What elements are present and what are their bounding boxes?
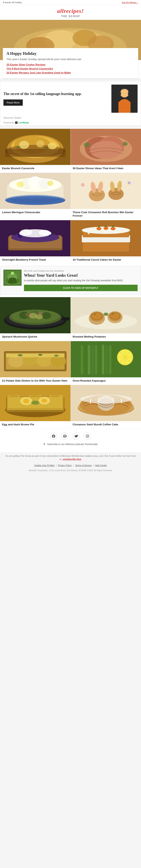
recipe-img-casserole bbox=[0, 129, 70, 165]
signup-button[interactable]: CLICK TO SIGN UP INSTANTLY bbox=[24, 285, 138, 291]
svg-point-97 bbox=[36, 314, 43, 319]
svg-point-21 bbox=[48, 143, 57, 149]
top-bar-right[interactable]: Get the Magaz... bbox=[122, 1, 138, 4]
svg-point-110 bbox=[103, 313, 108, 316]
recipe-card-carrot-cake[interactable]: 10 Traditional Carrot Cakes for Easter bbox=[70, 220, 141, 264]
recipe-title-carrot-cake: 10 Traditional Carrot Cakes for Easter bbox=[71, 256, 141, 264]
svg-point-28 bbox=[90, 141, 122, 159]
svg-point-76 bbox=[111, 227, 115, 230]
recipe-card-quiche[interactable]: Spinach Mushroom Quiche bbox=[0, 297, 70, 341]
svg-point-162 bbox=[80, 395, 132, 403]
svg-rect-79 bbox=[115, 230, 117, 234]
recipe-title-casserole: Easter Brunch Casserole bbox=[0, 165, 70, 173]
svg-rect-130 bbox=[102, 345, 104, 374]
powered-by: Powered by ⬛ LiveRamp bbox=[0, 121, 141, 126]
recipe-card-asparagus[interactable]: Oven-Roasted Asparagus bbox=[70, 341, 141, 385]
svg-rect-147 bbox=[19, 396, 29, 397]
svg-rect-149 bbox=[41, 396, 50, 397]
hero-text-box: A Hoppy Holiday This year's Easter Sunda… bbox=[3, 48, 138, 79]
recipe-title-egg-hashbrown: Egg and Hash Brown Pie bbox=[0, 421, 70, 429]
promo-image bbox=[3, 270, 22, 286]
twitter-icon[interactable] bbox=[72, 433, 80, 440]
ad-inner: The secret of the 1st selling language-l… bbox=[0, 82, 141, 116]
svg-rect-77 bbox=[88, 230, 89, 234]
recipe-card-potato-sides[interactable]: 21 Potato Side Dishes to Go With Your Ea… bbox=[0, 341, 70, 385]
footer-link-terms[interactable]: Terms of Service bbox=[75, 464, 92, 467]
recipe-img-egg-hashbrown bbox=[0, 385, 70, 421]
recipe-row-5: 21 Potato Side Dishes to Go With Your Ea… bbox=[0, 341, 141, 385]
recipe-row-3: Overnight Blueberry French Toast bbox=[0, 220, 141, 264]
svg-point-41 bbox=[5, 196, 65, 205]
svg-rect-128 bbox=[95, 345, 97, 374]
hero-link-1[interactable]: 25 Easter Slow Cooker Recipes bbox=[6, 63, 135, 66]
svg-point-22 bbox=[17, 146, 20, 148]
svg-point-68 bbox=[39, 230, 50, 236]
svg-rect-80 bbox=[122, 230, 124, 233]
hero-link-2[interactable]: The 9 Best Easter Brunch Casseroles bbox=[6, 67, 135, 70]
promo-text: We think you'll totally love this newsle… bbox=[24, 270, 138, 291]
svg-rect-133 bbox=[113, 346, 115, 374]
instagram-icon[interactable] bbox=[84, 433, 91, 440]
ad-image bbox=[111, 85, 138, 113]
recipe-title-potato-sides: 21 Potato Side Dishes to Go With Your Ea… bbox=[0, 377, 70, 385]
svg-point-39 bbox=[47, 181, 53, 186]
recipe-title-cheesecake: Lemon Meringue Cheesecake bbox=[0, 209, 70, 217]
svg-point-109 bbox=[111, 313, 119, 319]
svg-point-54 bbox=[128, 182, 130, 183]
svg-point-23 bbox=[45, 147, 48, 149]
recipe-img-ham bbox=[71, 129, 141, 165]
pinterest-icon[interactable] bbox=[61, 433, 69, 440]
recipe-card-easter-brunch-casserole[interactable]: Easter Brunch Casserole bbox=[0, 129, 70, 173]
svg-point-165 bbox=[88, 435, 89, 436]
recipe-card-egg-hashbrown[interactable]: Egg and Hash Brown Pie bbox=[0, 385, 70, 429]
recipe-title-bundt-cake: Cinnamon Swirl Bundt Coffee Cake bbox=[71, 421, 141, 429]
recipe-card-cheesecake[interactable]: Lemon Meringue Cheesecake bbox=[0, 173, 70, 220]
recipe-title-quiche: Spinach Mushroom Quiche bbox=[0, 333, 70, 341]
svg-point-75 bbox=[103, 227, 108, 230]
svg-point-20 bbox=[36, 140, 44, 148]
svg-rect-146 bbox=[9, 396, 18, 397]
promo-title: Whoa! Your Yard Looks Great! bbox=[24, 273, 138, 278]
recipe-img-asparagus bbox=[71, 341, 141, 377]
hero-section: A Hoppy Holiday This year's Easter Sunda… bbox=[0, 20, 141, 79]
ad-section: The secret of the 1st selling language-l… bbox=[0, 81, 141, 126]
svg-rect-12 bbox=[118, 102, 131, 113]
footer-link-help[interactable]: Help Center bbox=[95, 464, 107, 467]
header: allrecipes! THE SCOOP bbox=[0, 5, 141, 20]
read-more-button[interactable]: Read More bbox=[3, 99, 23, 106]
svg-rect-78 bbox=[95, 230, 96, 233]
recipe-card-30-easter-dinner[interactable]: 30 Easter Dinner Ideas That Aren't Ham bbox=[70, 129, 141, 173]
logo-text: allrecipes bbox=[57, 8, 81, 14]
recipe-img-quiche bbox=[0, 297, 70, 333]
svg-rect-126 bbox=[88, 345, 90, 374]
recipe-grid: Easter Brunch Casserole bbox=[0, 129, 141, 429]
recipe-card-blueberry-toast[interactable]: Overnight Blueberry French Toast bbox=[0, 220, 70, 264]
svg-point-84 bbox=[6, 278, 19, 284]
recipe-row-6: Egg and Hash Brown Pie bbox=[0, 385, 141, 429]
svg-point-38 bbox=[17, 181, 24, 187]
recipe-card-potatoes[interactable]: Roasted Melting Potatoes bbox=[70, 297, 141, 341]
promo-inner: We think you'll totally love this newsle… bbox=[3, 270, 138, 291]
hero-title: A Hoppy Holiday bbox=[6, 51, 135, 56]
social-icons bbox=[4, 433, 137, 440]
svg-point-48 bbox=[108, 188, 124, 200]
unsubscribe-link[interactable]: unsubscribe here bbox=[63, 458, 81, 460]
svg-rect-42 bbox=[71, 173, 141, 209]
top-bar: A hands-off holiday. Get the Magaz... bbox=[0, 0, 141, 5]
recipe-card-bundt-cake[interactable]: Cinnamon Swirl Bundt Coffee Cake bbox=[70, 385, 141, 429]
svg-rect-148 bbox=[30, 396, 40, 397]
footer-link-update-profile[interactable]: Update User Profiles bbox=[34, 464, 54, 467]
svg-point-93 bbox=[42, 312, 51, 319]
svg-rect-125 bbox=[85, 346, 87, 374]
recipe-card-cinnamon-bunnies[interactable]: These Cute Cinnamon Roll Bunnies Win Eas… bbox=[70, 173, 141, 220]
mic-icon: 🎙 bbox=[43, 443, 46, 446]
hero-link-3[interactable]: 20 Easter Recipes Just Like Grandma Used… bbox=[6, 71, 135, 74]
svg-rect-150 bbox=[51, 396, 60, 397]
recipe-title-potatoes: Roasted Melting Potatoes bbox=[71, 333, 141, 341]
footer-link-privacy[interactable]: Privacy Policy bbox=[58, 464, 72, 467]
tagline: THE SCOOP bbox=[2, 15, 139, 18]
svg-point-85 bbox=[11, 272, 14, 275]
svg-rect-9 bbox=[119, 92, 121, 95]
unsubscribe-section: You are getting The Scoop as part of you… bbox=[0, 452, 141, 463]
facebook-icon[interactable] bbox=[50, 433, 57, 440]
